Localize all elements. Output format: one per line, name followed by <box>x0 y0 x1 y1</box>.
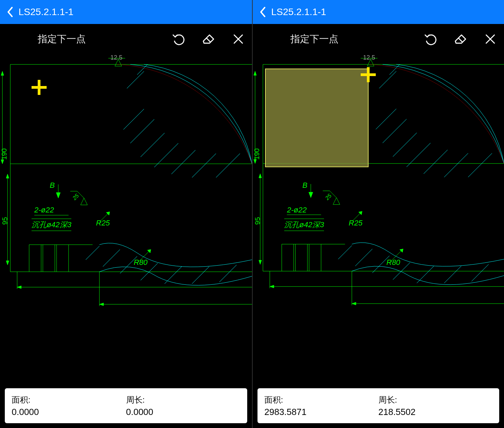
area-value: 0.0000 <box>12 407 126 417</box>
undo-button[interactable] <box>170 32 185 47</box>
svg-line-51 <box>192 267 209 284</box>
svg-line-38 <box>123 109 144 130</box>
svg-marker-62 <box>254 159 256 163</box>
svg-marker-65 <box>259 260 262 264</box>
svg-line-99 <box>379 71 396 88</box>
svg-line-105 <box>444 266 461 283</box>
svg-line-97 <box>444 153 468 177</box>
area-readout: 面积: 2983.5871 <box>264 392 379 420</box>
measure-panel: 面积: 0.0000 周长: 0.0000 <box>5 388 247 423</box>
svg-line-93 <box>383 119 407 143</box>
area-selection <box>265 69 369 167</box>
annotation-counterbore: 沉孔ø42深3 <box>32 219 71 231</box>
svg-marker-8 <box>1 160 4 164</box>
radius-R25: R25 <box>349 219 362 228</box>
radius-R80: R80 <box>386 258 400 267</box>
perimeter-value: 0.0000 <box>126 407 241 417</box>
svg-line-39 <box>130 119 154 143</box>
perimeter-readout: 周长: 218.5502 <box>379 392 493 420</box>
svg-marker-85 <box>333 198 340 205</box>
svg-line-92 <box>376 109 396 130</box>
surface-finish-12-5: 12.5 <box>363 54 375 61</box>
svg-marker-14 <box>56 193 60 198</box>
annotation-counterbore: 沉孔ø42深3 <box>284 219 324 231</box>
measure-panel: 面积: 2983.5871 周长: 218.5502 <box>257 388 499 423</box>
title-bar: LS25.2.1.1-1 <box>0 0 252 24</box>
dimension-95: 95 <box>1 217 9 224</box>
svg-marker-68 <box>309 192 313 198</box>
perimeter-value: 218.5502 <box>379 407 493 417</box>
perimeter-readout: 周长: 0.0000 <box>126 392 241 420</box>
annotation-2phi22: 2-ø22 <box>287 206 307 215</box>
command-prompt: 指定下一点 <box>290 33 338 46</box>
perimeter-label: 周长: <box>126 394 241 405</box>
area-value: 2983.5871 <box>264 407 379 417</box>
svg-marker-61 <box>254 71 256 75</box>
title-bar: LS25.2.1.1-1 <box>253 0 504 24</box>
annotation-2phi22: 2-ø22 <box>34 206 54 215</box>
svg-line-0 <box>206 38 211 42</box>
command-prompt: 指定下一点 <box>38 33 86 46</box>
toolbar: 指定下一点 <box>0 24 252 54</box>
tool-icon-group <box>170 32 246 47</box>
radius-R25: R25 <box>96 219 110 228</box>
svg-line-94 <box>393 133 417 157</box>
svg-marker-78 <box>270 285 274 288</box>
back-button[interactable] <box>3 5 17 19</box>
area-label: 面积: <box>12 394 126 405</box>
file-title: LS25.2.1.1-1 <box>271 7 326 17</box>
svg-line-44 <box>216 154 240 178</box>
svg-line-101 <box>355 249 372 266</box>
svg-line-106 <box>471 264 489 281</box>
drawing-canvas[interactable]: 190 95 12.5 B 2-ø22 沉孔ø42深3 25 R25 R80 面… <box>0 54 252 428</box>
radius-R80: R80 <box>134 258 147 267</box>
svg-marker-64 <box>259 174 262 178</box>
section-B: B <box>302 181 308 190</box>
dimension-95: 95 <box>254 217 262 224</box>
svg-line-104 <box>417 266 434 283</box>
svg-line-45 <box>127 71 144 88</box>
surface-finish-12-5: 12.5 <box>110 54 122 61</box>
svg-line-98 <box>468 153 492 177</box>
svg-line-43 <box>192 154 216 178</box>
svg-line-54 <box>458 38 463 42</box>
area-label: 面积: <box>264 394 379 405</box>
dimension-190: 190 <box>253 148 261 160</box>
pane-right: LS25.2.1.1-1 指定下一点 <box>252 0 504 428</box>
back-button[interactable] <box>256 5 270 19</box>
svg-marker-10 <box>6 174 9 178</box>
svg-line-40 <box>141 133 165 157</box>
svg-line-52 <box>219 265 237 282</box>
area-readout: 面积: 0.0000 <box>12 392 126 420</box>
erase-button[interactable] <box>453 32 468 47</box>
file-title: LS25.2.1.1-1 <box>19 7 73 17</box>
svg-line-47 <box>103 249 120 267</box>
drawing-canvas[interactable]: 190 95 12.5 B 2-ø22 沉孔ø42深3 25 R25 R80 面… <box>253 54 504 428</box>
svg-line-53 <box>86 246 99 260</box>
undo-button[interactable] <box>422 32 437 47</box>
svg-line-42 <box>171 150 195 174</box>
svg-marker-24 <box>17 286 21 289</box>
toolbar: 指定下一点 <box>253 24 504 54</box>
section-B: B <box>50 181 55 190</box>
close-button[interactable] <box>483 32 498 47</box>
close-button[interactable] <box>231 32 246 47</box>
svg-line-50 <box>165 267 182 284</box>
dimension-190: 190 <box>0 148 8 160</box>
svg-marker-80 <box>352 302 356 305</box>
svg-line-107 <box>338 245 352 259</box>
svg-marker-11 <box>6 261 9 265</box>
svg-line-96 <box>424 150 448 174</box>
pane-left: LS25.2.1.1-1 指定下一点 <box>0 0 252 428</box>
svg-marker-31 <box>81 198 87 205</box>
svg-marker-7 <box>1 71 4 75</box>
svg-marker-26 <box>99 303 104 306</box>
tool-icon-group <box>422 32 498 47</box>
perimeter-label: 周长: <box>379 394 493 405</box>
erase-button[interactable] <box>201 32 216 47</box>
